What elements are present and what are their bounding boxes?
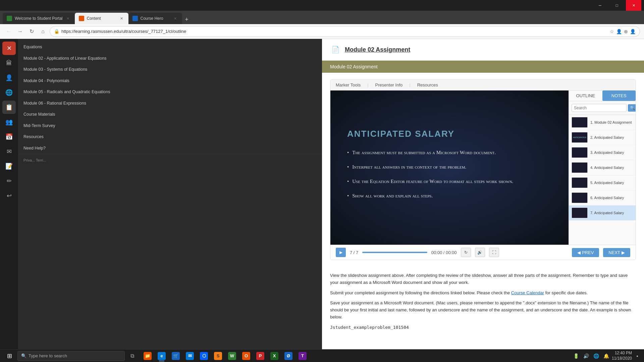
resources-button[interactable]: Resources xyxy=(417,82,438,87)
slide-search-input[interactable] xyxy=(572,104,627,112)
slide-thumb-img-7 xyxy=(572,207,588,218)
task-view-button[interactable]: ⧉ xyxy=(126,351,138,361)
taskbar-search[interactable]: 🔍 Type here to search xyxy=(17,351,125,361)
new-tab-button[interactable]: + xyxy=(182,15,192,24)
slide-thumb-5[interactable]: 5. Anticipated Salary xyxy=(569,175,636,190)
next-button[interactable]: NEXT ▶ xyxy=(603,248,630,257)
sidebar-icon-globe[interactable]: 🌐 xyxy=(2,86,16,99)
address-bar[interactable]: 🔒 https://learning.rasmussen.edu/ultra/c… xyxy=(50,26,640,37)
star-icon[interactable]: ☆ xyxy=(610,29,614,34)
desc-text-3: Save your assignment as a Microsoft Word… xyxy=(330,300,636,320)
user-account-icon[interactable]: 👤 xyxy=(630,29,636,34)
browser-tab-2[interactable]: Content ✕ xyxy=(75,13,128,24)
sidebar-close-button[interactable]: ✕ xyxy=(2,42,16,55)
outlook-icon: Ø xyxy=(284,352,292,360)
slide-thumb-label-4: 4. Anticipated Salary xyxy=(590,165,624,170)
desc-example-code: Jstudent_exampleproblem_101504 xyxy=(330,324,636,331)
play-button[interactable]: ▶ xyxy=(336,248,346,257)
volume-button[interactable]: 🔊 xyxy=(475,248,485,257)
show-desktop-button[interactable]: ▪ xyxy=(633,352,641,360)
sidebar-icon-notes[interactable]: 📝 xyxy=(2,160,16,173)
slide-progress-bar[interactable] xyxy=(362,252,427,253)
tab2-label: Content xyxy=(87,16,101,21)
taskbar-app-ppt[interactable]: P xyxy=(254,350,267,362)
slide-bullet-1: • The assignment must be submitted as a … xyxy=(347,149,496,156)
slide-view: ANTICIPATED SALARY • The assignment must… xyxy=(330,90,569,245)
slide-thumb-img-3 xyxy=(572,147,588,158)
taskbar-app-mail[interactable]: ✉ xyxy=(183,350,197,362)
taskbar-app-store[interactable]: 🛒 xyxy=(169,350,182,362)
outline-tab[interactable]: OUTLINE xyxy=(569,90,602,101)
sidebar-item-module06[interactable]: Module 06 - Rational Expressions xyxy=(18,98,322,109)
browser-tab-1[interactable]: Welcome to Student Portal ✕ xyxy=(3,13,75,24)
slide-thumb-2[interactable]: ANTICIPATED 2. Anticipated Salary xyxy=(569,130,636,145)
taskbar-app-office[interactable]: O xyxy=(239,350,253,362)
tab1-close[interactable]: ✕ xyxy=(65,16,71,21)
sidebar-icon-calendar[interactable]: 📅 xyxy=(2,130,16,143)
taskbar-app-edge[interactable]: e xyxy=(155,350,168,362)
presenter-info-button[interactable]: Presenter Info xyxy=(375,82,403,87)
taskbar-app-sticky[interactable]: S xyxy=(211,350,225,362)
sidebar-item-equations[interactable]: Equations xyxy=(18,42,322,53)
sidebar-icon-content[interactable]: 📋 xyxy=(2,101,16,114)
slide-thumb-7[interactable]: 7. Anticipated Salary xyxy=(569,205,636,221)
taskbar-app-outlook[interactable]: Ø xyxy=(282,350,295,362)
tab2-close[interactable]: ✕ xyxy=(119,16,124,21)
slide-search-button[interactable]: 🔍 xyxy=(628,104,636,112)
slide-title: ANTICIPATED SALARY xyxy=(347,129,454,139)
sidebar-item-course-materials[interactable]: Course Materials xyxy=(18,109,322,120)
battery-icon[interactable]: 🔋 xyxy=(572,352,580,360)
slide-thumb-label-3: 3. Anticipated Salary xyxy=(590,150,624,155)
slide-thumb-4[interactable]: 4. Anticipated Salary xyxy=(569,160,636,175)
taskbar-app-excel[interactable]: X xyxy=(268,350,281,362)
slide-thumb-label-5: 5. Anticipated Salary xyxy=(590,180,624,185)
extension-icon[interactable]: ⊕ xyxy=(624,29,628,34)
browser-tab-3[interactable]: Course Hero ✕ xyxy=(128,13,182,24)
taskbar-app-dropbox[interactable]: ⬡ xyxy=(197,350,211,362)
close-button[interactable]: ✕ xyxy=(626,0,641,11)
slide-thumb-3[interactable]: 3. Anticipated Salary xyxy=(569,145,636,160)
sidebar-icon-edit[interactable]: ✏ xyxy=(2,174,16,188)
taskbar-clock[interactable]: 12:40 PM 11/18/2020 xyxy=(612,351,632,361)
back-button[interactable]: ← xyxy=(4,27,13,36)
volume-icon[interactable]: 🔊 xyxy=(582,352,590,360)
notification-bell[interactable]: 🔔 xyxy=(602,352,610,360)
forward-button[interactable]: → xyxy=(15,27,25,36)
minimize-button[interactable]: ─ xyxy=(592,0,608,11)
nav-bar: ← → ↻ ⌂ 🔒 https://learning.rasmussen.edu… xyxy=(0,24,644,39)
network-icon[interactable]: 🌐 xyxy=(592,352,600,360)
ppt-icon: P xyxy=(256,352,264,360)
app-active-indicator xyxy=(159,361,164,361)
sidebar-icon-group[interactable]: 👥 xyxy=(2,115,16,129)
maximize-button[interactable]: □ xyxy=(609,0,625,11)
prev-button[interactable]: ◀ PREV xyxy=(572,248,599,257)
sidebar-icon-back[interactable]: ↩ xyxy=(2,189,16,202)
slide-thumb-6[interactable]: 6. Anticipated Salary xyxy=(569,190,636,205)
sidebar-item-need-help[interactable]: Need Help? xyxy=(18,143,322,154)
sidebar-item-midterm[interactable]: Mid-Term Survey xyxy=(18,120,322,132)
notes-tab[interactable]: NOTES xyxy=(602,90,636,101)
sidebar-item-resources[interactable]: Resources xyxy=(18,131,322,143)
sidebar-item-module05[interactable]: Module 05 - Radicals and Quadratic Equat… xyxy=(18,86,322,98)
reload-button[interactable]: ↻ xyxy=(27,27,36,36)
tab3-close[interactable]: ✕ xyxy=(173,16,178,21)
sidebar-item-module03[interactable]: Module 03 - Systems of Equations xyxy=(18,64,322,75)
content-header: 📄 Module 02 Assignment xyxy=(322,39,644,61)
tab-bar: Welcome to Student Portal ✕ Content ✕ Co… xyxy=(0,11,644,24)
sidebar-item-module04[interactable]: Module 04 - Polynomials xyxy=(18,75,322,87)
marker-tools-button[interactable]: Marker Tools xyxy=(336,82,361,87)
start-button[interactable]: ⊞ xyxy=(3,351,16,361)
taskbar-app-word[interactable]: W xyxy=(225,350,239,362)
sidebar-icon-mail[interactable]: ✉ xyxy=(2,145,16,158)
taskbar-app-explorer[interactable]: 📁 xyxy=(141,350,154,362)
sidebar-icon-building[interactable]: 🏛 xyxy=(2,56,16,70)
course-calendar-link[interactable]: Course Calendar xyxy=(511,290,544,295)
home-button[interactable]: ⌂ xyxy=(38,27,48,36)
fullscreen-button[interactable]: ⛶ xyxy=(489,248,499,257)
taskbar-app-teams[interactable]: T xyxy=(296,350,309,362)
sidebar-item-module02[interactable]: Module 02 - Applications of Linear Equat… xyxy=(18,53,322,64)
refresh-button[interactable]: ↻ xyxy=(461,248,471,257)
slide-thumb-1[interactable]: 1. Module 02 Assignment xyxy=(569,115,636,130)
profile-icon[interactable]: 👤 xyxy=(616,29,622,34)
sidebar-icon-person[interactable]: 👤 xyxy=(2,71,16,84)
